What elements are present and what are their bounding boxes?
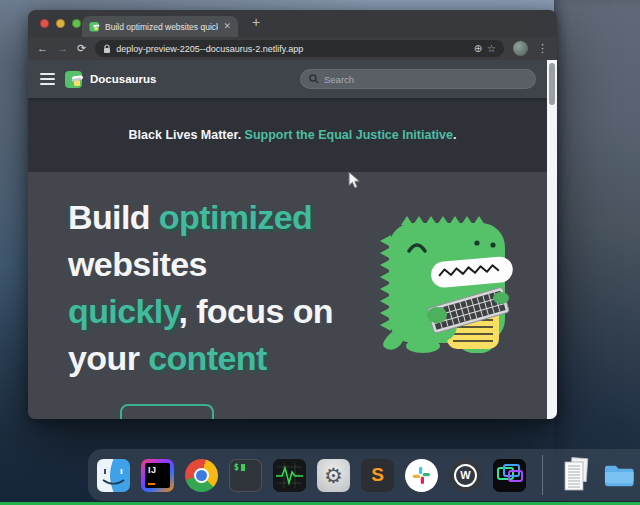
brand-name: Docusaurus [90,73,156,85]
dock-terminal-icon[interactable]: $ [229,459,262,492]
announcement-prefix: Black Lives Matter. [129,128,245,142]
docusaurus-mascot-illustration [373,213,523,353]
dock-divider [542,455,543,495]
announcement-bar: Black Lives Matter. Support the Equal Ju… [28,98,557,172]
hero-word-highlight: optimized [159,198,312,236]
page-action-icon[interactable]: ⊕ [474,44,482,54]
announcement-suffix: . [453,128,456,142]
announcement-text: Black Lives Matter. Support the Equal Ju… [129,128,457,142]
browser-tab[interactable]: Build optimized websites quick ✕ [82,16,238,37]
window-controls [40,19,81,28]
minimize-window-button[interactable] [56,19,65,28]
site-navbar: Docusaurus [28,60,557,98]
tab-close-icon[interactable]: ✕ [223,22,231,31]
docusaurus-favicon-icon [89,21,100,32]
get-started-button[interactable] [120,404,214,419]
chrome-blue-core [196,470,207,481]
tab-title: Build optimized websites quick [105,22,218,32]
gear-icon: ⚙ [324,464,343,487]
hamburger-menu-icon[interactable] [40,73,55,85]
browser-window: Build optimized websites quick ✕ + ← → ⟳… [28,10,557,419]
slack-hash-icon [412,466,431,485]
profile-avatar[interactable] [513,41,528,56]
wallpaper-cliffs [554,0,640,505]
browser-toolbar: ← → ⟳ deploy-preview-2205--docusaurus-2.… [28,37,557,60]
dock-activity-monitor-icon[interactable] [273,459,306,492]
hero-word: , focus on [178,292,333,330]
dock-screen-capture-icon[interactable] [493,459,526,492]
dock-intellij-icon[interactable]: IJ [141,459,174,492]
docusaurus-logo-icon [64,69,84,89]
hero-word-highlight: content [148,339,267,377]
dock-workplace-icon[interactable]: W [449,459,482,492]
dock: IJ $ ⚙ S W [88,449,640,501]
hero-title: Build optimized websites quickly, focus … [68,194,408,382]
forward-icon[interactable]: → [57,43,68,54]
dock-downloads-folder-icon[interactable] [603,461,636,489]
url-text: deploy-preview-2205--docusaurus-2.netlif… [116,44,468,54]
dock-documents-stack-icon[interactable] [559,457,592,493]
hero-word: your [68,339,148,377]
dock-slack-icon[interactable] [405,459,438,492]
hero-section: Build optimized websites quickly, focus … [28,172,557,419]
eji-link[interactable]: Support the Equal Justice Initiative [245,128,453,142]
workplace-monogram: W [460,469,470,481]
browser-menu-icon[interactable]: ⋮ [537,43,548,54]
tab-bar: Build optimized websites quick ✕ + [28,10,557,37]
dock-system-preferences-icon[interactable]: ⚙ [317,459,350,492]
dock-chrome-icon[interactable] [185,459,218,492]
reload-icon[interactable]: ⟳ [77,43,86,54]
new-tab-button[interactable]: + [252,14,260,30]
scrollbar[interactable] [547,60,557,419]
lock-icon [103,44,111,54]
search-input[interactable] [324,74,527,85]
back-icon[interactable]: ← [37,43,48,54]
page-content: Docusaurus Black Lives Matter. Support t… [28,60,557,419]
dock-finder-icon[interactable] [97,459,130,492]
scrollbar-thumb[interactable] [549,63,555,105]
intellij-inner-square: IJ [145,463,170,488]
terminal-prompt: $ [234,463,239,472]
desktop: { "colors": { "accent": "#41bb9d", "hero… [0,0,640,505]
hero-word-highlight: quickly [68,292,178,330]
zoom-window-button[interactable] [72,19,81,28]
hero-word: Build [68,198,159,236]
sublime-monogram: S [371,464,384,485]
intellij-underline [148,483,155,485]
address-bar[interactable]: deploy-preview-2205--docusaurus-2.netlif… [95,40,504,57]
intellij-monogram: IJ [148,465,157,475]
dock-sublime-text-icon[interactable]: S [361,459,394,492]
brand-home-link[interactable]: Docusaurus [64,69,156,89]
terminal-cursor-block [241,464,245,471]
search-icon [309,74,319,84]
hero-word: websites [68,245,207,283]
bookmark-star-icon[interactable]: ☆ [487,44,496,54]
close-window-button[interactable] [40,19,49,28]
search-box[interactable] [300,69,536,89]
